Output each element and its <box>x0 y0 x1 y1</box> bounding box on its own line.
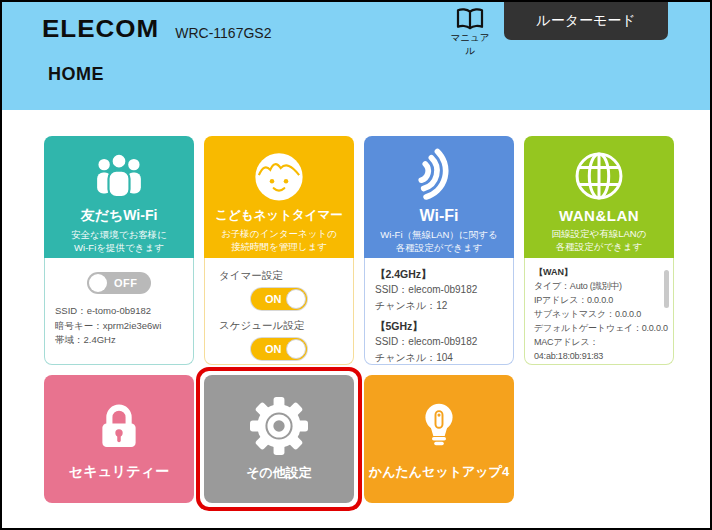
globe-icon <box>572 148 626 204</box>
card-easy-setup[interactable]: かんたんセットアップ4 <box>364 375 514 503</box>
router-mode-button[interactable]: ルーターモード <box>504 2 668 40</box>
elecom-logo: ELECOM <box>42 15 159 44</box>
wan-header: 【WAN】 <box>534 266 665 280</box>
card-wifi[interactable]: Wi-Fi Wi-Fi（無線LAN）に関する 各種設定ができます 【2.4GHz… <box>364 136 514 365</box>
ssid-value: SSID：elecom-0b9182 <box>375 282 503 298</box>
wan-mac-value: 04:ab:18:0b:91:83 <box>534 350 665 364</box>
card-wan-lan-header[interactable]: WAN&LAN 回線設定や有線LANの 各種設定ができます <box>524 136 674 258</box>
toggle-state-label: OFF <box>114 272 138 294</box>
card-tomodachi-wifi[interactable]: 友だちWi-Fi 安全な環境でお客様に Wi-Fiを提供できます OFF SSI… <box>44 136 194 365</box>
card-title: WAN&LAN <box>524 207 674 224</box>
card-kids-net-timer[interactable]: こどもネットタイマー お子様のインターネットの 接続時間を管理します タイマー設… <box>204 136 354 365</box>
card-description: Wi-Fi（無線LAN）に関する 各種設定ができます <box>364 228 514 255</box>
scrollbar-thumb[interactable] <box>664 270 669 308</box>
child-face-icon <box>251 148 307 204</box>
card-wan-lan-body: 【WAN】 タイプ：Auto (識別中) IPアドレス：0.0.0.0 サブネッ… <box>524 258 674 365</box>
card-description: 安全な環境でお客様に Wi-Fiを提供できます <box>44 228 194 255</box>
topbar: ELECOM WRC-1167GS2 マニュアル ルーターモード HOME <box>2 2 710 110</box>
card-description: お子様のインターネットの 接続時間を管理します <box>204 227 354 254</box>
band-24ghz-header: 【2.4GHz】 <box>375 268 503 282</box>
channel-value: チャンネル：104 <box>375 350 503 366</box>
card-tomodachi-wifi-body: OFF SSID：e-tomo-0b9182 暗号キー：xprm2ie3e6wi… <box>44 258 194 365</box>
card-wan-lan[interactable]: WAN&LAN 回線設定や有線LANの 各種設定ができます 【WAN】 タイプ：… <box>524 136 674 365</box>
manual-book-icon <box>455 7 485 31</box>
main-content: 友だちWi-Fi 安全な環境でお客様に Wi-Fiを提供できます OFF SSI… <box>2 110 710 528</box>
card-title: Wi-Fi <box>364 207 514 225</box>
manual-link[interactable]: マニュアル <box>446 7 494 58</box>
timer-setting-label: タイマー設定 <box>219 269 343 283</box>
wan-subnet: サブネットマスク：0.0.0.0 <box>534 308 665 322</box>
wan-gateway: デフォルトゲートウェイ：0.0.0.0 <box>534 322 665 336</box>
toggle-state-label: ON <box>265 338 282 360</box>
card-kids-net-timer-header[interactable]: こどもネットタイマー お子様のインターネットの 接続時間を管理します <box>204 136 354 258</box>
timer-toggle[interactable]: ON <box>251 288 307 310</box>
ssid-value: SSID：e-tomo-0b9182 <box>55 304 183 319</box>
band-value: 帯域：2.4GHz <box>55 333 183 348</box>
card-wifi-body: 【2.4GHz】 SSID：elecom-0b9182 チャンネル：12 【5G… <box>364 258 514 365</box>
highlighted-card-wrap: その他設定 <box>204 375 354 503</box>
cards-row-bottom: セキュリティー <box>44 375 710 503</box>
toggle-state-label: ON <box>265 288 282 310</box>
card-description: 回線設定や有線LANの 各種設定ができます <box>524 227 674 254</box>
toggle-knob <box>286 339 306 359</box>
wan-mac-label: MACアドレス： <box>534 336 665 350</box>
card-title: こどもネットタイマー <box>204 207 354 224</box>
tile-label: かんたんセットアップ4 <box>369 463 509 481</box>
card-title: 友だちWi-Fi <box>44 207 194 225</box>
wan-type: タイプ：Auto (識別中) <box>534 280 665 294</box>
card-wifi-header[interactable]: Wi-Fi Wi-Fi（無線LAN）に関する 各種設定ができます <box>364 136 514 258</box>
card-tomodachi-wifi-header[interactable]: 友だちWi-Fi 安全な環境でお客様に Wi-Fiを提供できます <box>44 136 194 258</box>
band-5ghz-header: 【5GHz】 <box>375 320 503 334</box>
toggle-knob <box>89 274 107 292</box>
lock-icon <box>91 398 147 454</box>
cards-row-top: 友だちWi-Fi 安全な環境でお客様に Wi-Fiを提供できます OFF SSI… <box>44 136 710 365</box>
schedule-setting-label: スケジュール設定 <box>219 319 343 333</box>
tile-label: セキュリティー <box>69 463 169 481</box>
card-security[interactable]: セキュリティー <box>44 375 194 503</box>
people-icon <box>91 148 147 204</box>
tile-label: その他設定 <box>246 464 312 482</box>
channel-value: チャンネル：12 <box>375 298 503 314</box>
band-24ghz-group: 【2.4GHz】 SSID：elecom-0b9182 チャンネル：12 <box>375 268 503 313</box>
page-title: HOME <box>48 64 104 85</box>
tomodachi-wifi-toggle[interactable]: OFF <box>87 272 151 294</box>
gear-icon <box>250 397 308 455</box>
toggle-knob <box>286 289 306 309</box>
key-value: 暗号キー：xprm2ie3e6wi <box>55 319 183 334</box>
wan-ip: IPアドレス：0.0.0.0 <box>534 294 665 308</box>
band-5ghz-group: 【5GHz】 SSID：elecom-0b9182 チャンネル：104 <box>375 320 503 365</box>
router-admin-screen: ELECOM WRC-1167GS2 マニュアル ルーターモード HOME <box>0 0 712 530</box>
wifi-signal-icon <box>411 148 467 204</box>
card-other-settings[interactable]: その他設定 <box>204 375 354 503</box>
manual-label: マニュアル <box>451 32 490 56</box>
model-number: WRC-1167GS2 <box>175 25 271 41</box>
lightbulb-icon <box>411 398 467 454</box>
ssid-value: SSID：elecom-0b9182 <box>375 334 503 350</box>
schedule-toggle[interactable]: ON <box>251 338 307 360</box>
card-kids-net-timer-body: タイマー設定 ON スケジュール設定 ON <box>204 258 354 365</box>
